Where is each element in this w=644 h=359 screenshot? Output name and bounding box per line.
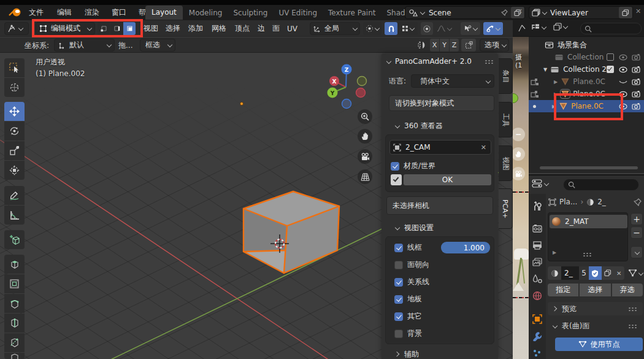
scene-name[interactable]: Scene	[426, 9, 500, 17]
tab-modeling[interactable]: Modeling	[184, 9, 228, 17]
ok-checkbox[interactable]	[391, 174, 402, 185]
menu-window[interactable]: 窗口	[105, 7, 132, 18]
properties-search-field[interactable]	[563, 179, 639, 191]
ok-button[interactable]: OK	[404, 174, 491, 185]
outliner-row-scene-collection[interactable]: 场景集合	[529, 39, 644, 51]
breadcrumb-pin-icon[interactable]	[634, 198, 642, 206]
tool-poly-build[interactable]	[4, 353, 25, 359]
pivot-point-dropdown[interactable]	[363, 22, 381, 35]
tool-cursor[interactable]	[4, 78, 25, 97]
tool-loopcut[interactable]	[4, 314, 25, 333]
tool-add-cube[interactable]	[4, 230, 25, 249]
navigation-gizmo[interactable]: Z X Y	[321, 56, 377, 112]
tab-particles-properties[interactable]	[532, 349, 542, 358]
mesh-cube[interactable]	[243, 191, 339, 273]
camera-clear-icon[interactable]: ✕	[481, 144, 486, 152]
wireframe-slider[interactable]: 1.000	[441, 242, 490, 253]
menu-edge[interactable]: 边	[254, 23, 269, 34]
collection2-exclude-checkbox[interactable]	[607, 66, 614, 73]
panel-collapse-chevron[interactable]	[386, 60, 391, 64]
collection-render-icon[interactable]	[632, 53, 640, 61]
new-viewlayer-copy-icon[interactable]	[619, 7, 632, 18]
panel-grip[interactable]	[485, 60, 494, 64]
outliner-display-mode-dropdown[interactable]	[553, 23, 567, 31]
editor-type-selector[interactable]	[4, 22, 29, 35]
tool-inset[interactable]	[4, 274, 25, 293]
snap-toggle-button[interactable]	[385, 22, 397, 35]
deselect-button[interactable]: 弃选	[612, 284, 643, 296]
properties-editor-selector[interactable]	[532, 179, 548, 188]
fake-user-button[interactable]	[589, 266, 602, 280]
breadcrumb-material-icon[interactable]	[586, 198, 594, 206]
use-nodes-button[interactable]: 使用节点	[555, 338, 643, 351]
breadcrumb-material-label[interactable]: 2_	[597, 198, 634, 206]
tab-object-properties[interactable]	[532, 314, 542, 324]
breadcrumb-object-label[interactable]: Pla...	[559, 198, 577, 206]
tab-output-properties[interactable]	[532, 241, 542, 250]
snap-base-button[interactable]	[461, 39, 476, 52]
proportional-editing-button[interactable]	[421, 22, 433, 35]
scene-icon[interactable]	[408, 9, 418, 17]
viewlayer-remove-icon[interactable]: ✕	[635, 7, 641, 15]
material-slot-row[interactable]: 2_MAT	[550, 215, 627, 228]
tool-move[interactable]	[4, 102, 25, 121]
scene-unlink-icon[interactable]: ✕	[517, 7, 523, 15]
pin-icon[interactable]	[500, 9, 508, 17]
slot-specials-button[interactable]	[631, 246, 643, 258]
camera-viewport[interactable]: 摄 (1 −	[513, 20, 529, 359]
plane1-expand-icon[interactable]: ▶	[554, 79, 558, 85]
add-slot-button[interactable]: +	[631, 213, 643, 225]
surface-panel-header[interactable]: 表(曲)面	[548, 319, 643, 333]
tab-modifier-properties[interactable]	[532, 331, 542, 341]
collection2-expand-icon[interactable]: ▼	[543, 67, 547, 72]
collection2-hide-icon[interactable]	[619, 66, 627, 73]
panel-title[interactable]: PanoCamAdder+ 2.0	[395, 57, 485, 66]
floor-checkbox[interactable]	[394, 295, 403, 304]
plane2-render-icon[interactable]	[632, 90, 640, 98]
outliner-row-plane1[interactable]: ▶ Plane.0C	[529, 75, 644, 88]
collection2-render-icon[interactable]	[632, 66, 640, 73]
wireframe-checkbox[interactable]	[394, 244, 403, 252]
tab-scene-properties[interactable]	[532, 274, 542, 284]
mat-world-checkbox[interactable]	[391, 162, 399, 171]
menu-vertex[interactable]: 顶点	[231, 23, 254, 34]
camera-view-button[interactable]	[358, 149, 372, 164]
nodetree-dropdown[interactable]	[628, 269, 643, 277]
tool-extrude[interactable]	[4, 255, 25, 274]
language-dropdown[interactable]: 简体中文	[411, 74, 494, 88]
menu-view[interactable]: 视图	[140, 23, 162, 34]
tool-transform[interactable]	[4, 161, 25, 180]
ortho-grid-button[interactable]	[358, 169, 372, 184]
aux-section-chevron[interactable]	[395, 352, 399, 357]
select-button[interactable]: 选择	[580, 284, 610, 296]
slot-list-expand-icon[interactable]: ▶	[553, 250, 556, 255]
proportional-falloff-dropdown[interactable]	[434, 22, 454, 35]
show-overlays-dropdown[interactable]	[483, 22, 503, 35]
outliner-row-collection[interactable]: Collection	[529, 51, 644, 63]
material-copy-button[interactable]	[602, 266, 613, 280]
sidebar-tab-tool[interactable]: 工具	[499, 102, 513, 137]
menu-face[interactable]: 面	[269, 23, 283, 34]
aux-section-title[interactable]: 辅助	[404, 349, 419, 359]
outliner-hscrollbar[interactable]	[540, 166, 638, 169]
tool-bevel[interactable]	[4, 294, 25, 313]
viewlayer-name[interactable]: ViewLayer	[548, 9, 619, 17]
breadcrumb-object-icon[interactable]	[548, 198, 556, 206]
menu-render[interactable]: 渲染	[79, 7, 105, 18]
scene-dropdown-chevron[interactable]	[420, 10, 424, 15]
camera-gizmo-y-ball[interactable]	[513, 93, 518, 103]
tool-rotate[interactable]	[4, 122, 25, 141]
preview-panel-header[interactable]: 预览	[548, 302, 643, 315]
sidebar-tab-view[interactable]: 视图	[499, 145, 513, 181]
tab-tool-properties[interactable]	[532, 201, 542, 211]
material-browse-button[interactable]	[548, 266, 561, 280]
plane3-render-icon[interactable]	[632, 102, 640, 110]
menu-add[interactable]: 添加	[184, 23, 207, 34]
outliner-search-field[interactable]	[580, 23, 642, 34]
remove-slot-button[interactable]: −	[631, 226, 643, 239]
menu-select[interactable]: 选择	[162, 23, 184, 34]
switch-mode-button[interactable]: 请切换到对象模式	[389, 95, 494, 111]
plane1-hide-icon[interactable]	[619, 79, 627, 85]
viewer-section-chevron[interactable]	[395, 124, 399, 128]
relations-checkbox[interactable]	[394, 278, 403, 287]
